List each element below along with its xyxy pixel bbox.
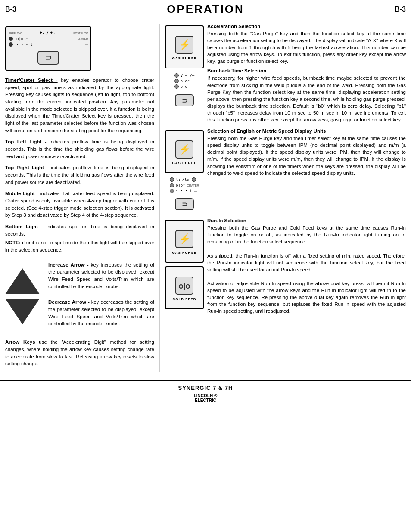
panel-button-1[interactable]: ⊃: [175, 94, 194, 106]
english-metric-title: Selection of English or Metric Speed Dis…: [207, 128, 406, 134]
acceleration-title: Acceleration Selection: [207, 24, 406, 29]
footer-title: SYNERGIC 7 & 7H: [3, 385, 408, 391]
panel-button-2[interactable]: ⊃: [175, 198, 194, 210]
header-right-code: B-3: [380, 6, 406, 13]
gas-purge-panel-2: ⚡ GAS PURGE: [165, 130, 204, 173]
left-column: PREFLOW t₁ / t₂ POSTFLOW o|o ⌒ CRATER: [0, 24, 159, 372]
gas-purge-icon-3: ⚡: [174, 228, 195, 250]
gas-purge-icon-2: ⚡: [174, 139, 195, 160]
arrow-keys-section: Arrow Keys use the "Accelerating Digit" …: [5, 339, 154, 367]
panel-row-dots1: o|o ⌒ CRATER: [9, 37, 88, 41]
svg-text:⚡: ⚡: [179, 233, 191, 245]
acceleration-body: Pressing both the "Gas Purge" key and th…: [207, 30, 406, 65]
acceleration-group: ⚡ GAS PURGE V — /— o|o⌒ —: [165, 24, 406, 123]
indicator-olo: o|o⌒ —: [174, 79, 195, 83]
right-column: ⚡ GAS PURGE V — /— o|o⌒ —: [159, 24, 411, 372]
page-header: B-3 OPERATION B-3: [0, 0, 411, 19]
page-footer: SYNERGIC 7 & 7H LINCOLN ® ELECTRIC: [0, 380, 411, 408]
arrows-container: Increase Arrow - key increases the setti…: [5, 261, 154, 332]
increase-arrow-section: Increase Arrow - key increases the setti…: [48, 261, 154, 290]
cold-feed-icon: o|o: [174, 275, 195, 296]
gas-purge-label-1: GAS PURGE: [172, 56, 196, 60]
cold-feed-panel: o|o COLD FEED: [165, 266, 204, 309]
acceleration-text: Acceleration Selection Pressing both the…: [207, 24, 406, 123]
gas-purge-label-2: GAS PURGE: [172, 161, 196, 165]
decrease-arrow-section: Decrease Arrow - key decreases the setti…: [48, 299, 154, 327]
svg-text:o|o: o|o: [178, 282, 190, 290]
run-in-text: Run-In Selection Pressing both the Gas P…: [207, 218, 406, 314]
burnback-body: If necessary, for higher wire feed speed…: [207, 75, 406, 123]
english-metric-group: ⚡ GAS PURGE t₁ /t₂ o|o⌒ CRATER: [165, 128, 406, 213]
middle-light-section: Middle Light - indicates that crater fee…: [5, 190, 154, 219]
indicator-v: V — /—: [174, 73, 195, 78]
increase-arrow-icon[interactable]: [5, 268, 40, 294]
panel-row-1: PREFLOW t₁ / t₂ POSTFLOW: [9, 31, 88, 35]
gas-purge-icon-1: ⚡: [174, 34, 195, 56]
decrease-arrow-icon[interactable]: [5, 299, 40, 324]
gas-purge-panel-1: ⚡ GAS PURGE: [165, 25, 204, 68]
gas-purge-panel-3: ⚡ GAS PURGE: [165, 220, 204, 263]
run-in-panels: ⚡ GAS PURGE o|o COLD FEED: [165, 218, 204, 311]
panel-top-illustration: PREFLOW t₁ / t₂ POSTFLOW o|o ⌒ CRATER: [5, 26, 91, 71]
english-metric-body: Pressing both the Gas Purge key and then…: [207, 135, 406, 177]
bottom-light-section: Bottom Light - indicates spot on time is…: [5, 223, 154, 254]
header-left-code: B-3: [5, 6, 31, 13]
run-in-title: Run-In Selection: [207, 218, 406, 223]
brand-line1: LINCOLN ®: [194, 393, 218, 398]
timer-crater-illustration: PREFLOW t₁ / t₂ POSTFLOW o|o ⌒ CRATER: [5, 24, 154, 73]
footer-brand: LINCOLN ® ELECTRIC: [190, 392, 221, 404]
main-content: PREFLOW t₁ / t₂ POSTFLOW o|o ⌒ CRATER: [0, 19, 411, 376]
timer-crater-section: Timer/Crater Select - key enables operat…: [5, 77, 154, 134]
burnback-title: Burnback Time Selection: [207, 68, 406, 73]
english-metric-panels: ⚡ GAS PURGE t₁ /t₂ o|o⌒ CRATER: [165, 128, 204, 213]
indicator-dotst: • • • t —: [170, 189, 199, 193]
english-metric-text: Selection of English or Metric Speed Dis…: [207, 128, 406, 177]
gas-purge-label-3: GAS PURGE: [172, 251, 196, 255]
indicator-olo-m: o|o⌒ CRATER: [170, 183, 199, 187]
timer-crater-button[interactable]: ⊃: [37, 51, 59, 65]
header-title: OPERATION: [31, 3, 380, 16]
brand-line2: ELECTRIC: [194, 398, 218, 403]
run-in-body: Pressing both the Gas Purge and Cold Fee…: [207, 224, 406, 314]
arrow-pair: [5, 268, 40, 324]
top-right-light-section: Top Right Light - indicates postflow tim…: [5, 164, 154, 186]
top-left-light-section: Top Left Light - indicates preflow time …: [5, 138, 154, 160]
indicator-olo2: o|o —: [174, 84, 195, 89]
panel-row-dots2: • • • t —: [9, 42, 88, 47]
svg-text:⚡: ⚡: [179, 143, 191, 155]
run-in-group: ⚡ GAS PURGE o|o COLD FEED Run-In Selecti…: [165, 218, 406, 314]
arrow-illustrations: Increase Arrow - key increases the setti…: [5, 258, 154, 335]
cold-feed-label: COLD FEED: [172, 297, 196, 301]
indicator-t1t2: t₁ /t₂: [170, 177, 199, 182]
acceleration-panels: ⚡ GAS PURGE V — /— o|o⌒ —: [165, 24, 204, 109]
svg-text:⚡: ⚡: [179, 39, 191, 50]
